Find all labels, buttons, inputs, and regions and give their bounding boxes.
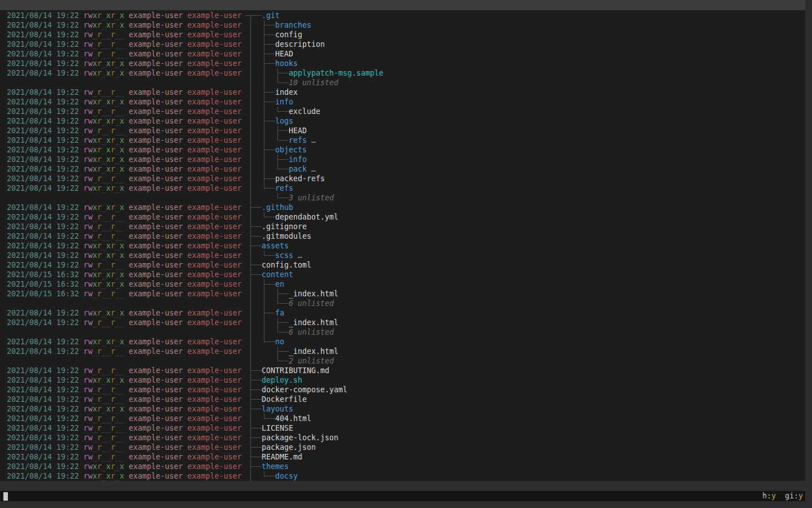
directory-name[interactable]: .github — [262, 203, 293, 212]
tree-row[interactable]: 2021/08/14 19:22 rwxr_xr_x example-user … — [0, 164, 805, 174]
file-name[interactable]: package-lock.json — [262, 433, 338, 443]
tree-row[interactable]: 3 unlisted — [0, 193, 805, 203]
tree-row[interactable]: 2021/08/14 19:22 rwxr_xr_x example-user … — [0, 337, 805, 347]
file-name[interactable]: applypatch-msg.sample — [289, 68, 383, 78]
tree-row[interactable]: 2021/08/14 19:22 rw_r__r__ example-user … — [0, 231, 805, 241]
directory-name[interactable]: scss — [275, 251, 293, 260]
file-name[interactable]: _index.html — [289, 318, 338, 327]
file-name[interactable]: _index.html — [289, 347, 338, 356]
file-name[interactable]: description — [275, 40, 325, 49]
path-bar[interactable]: /home/example-user/docsy-example — [0, 0, 805, 10]
directory-name[interactable]: refs — [289, 135, 307, 145]
tree-row[interactable]: 2021/08/14 19:22 rw_r__r__ example-user … — [0, 395, 805, 404]
tree-row[interactable]: 2021/08/14 19:22 rw_r__r__ example-user … — [0, 452, 805, 462]
unlisted-count[interactable]: 2 unlisted — [289, 356, 334, 366]
tree-row[interactable]: 2021/08/14 19:22 rwxr_xr_x example-user … — [0, 471, 805, 481]
unlisted-count[interactable]: 3 unlisted — [289, 193, 334, 203]
tree-row[interactable]: 2021/08/14 19:22 rwxr_xr_x example-user … — [0, 375, 805, 385]
tree-row[interactable]: 2021/08/14 19:22 rw_r__r__ example-user … — [0, 443, 805, 452]
file-name[interactable]: .gitmodules — [262, 231, 311, 241]
tree-row[interactable]: 2021/08/14 19:22 rw_r__r__ example-user … — [0, 318, 805, 327]
file-name[interactable]: index — [275, 87, 298, 97]
tree-row[interactable]: 2021/08/14 19:22 rw_r__r__ example-user … — [0, 107, 805, 116]
tree-row[interactable]: 2021/08/14 19:22 rwxr_xr_x example-user … — [0, 97, 805, 107]
directory-name[interactable]: refs — [275, 183, 293, 193]
tree-row[interactable]: 2021/08/14 19:22 rwxr_xr_x example-user … — [0, 20, 805, 30]
file-name[interactable]: exclude — [289, 107, 320, 116]
file-name[interactable]: Dockerfile — [262, 395, 307, 404]
file-name[interactable]: 404.html — [275, 414, 311, 423]
file-name[interactable]: package.json — [262, 443, 316, 452]
file-name[interactable]: HEAD — [275, 49, 293, 59]
tree-row[interactable]: 2021/08/14 19:22 rw_r__r__ example-user … — [0, 126, 805, 135]
tree-row[interactable]: 2021/08/14 19:22 rw_r__r__ example-user … — [0, 30, 805, 40]
tree-row[interactable]: 2021/08/14 19:22 rwxr_xr_x example-user … — [0, 241, 805, 251]
tree-row[interactable]: 2021/08/15 16:32 rwxr_xr_x example-user … — [0, 279, 805, 289]
directory-name[interactable]: objects — [275, 145, 307, 155]
tree-row[interactable]: 2021/08/14 19:22 rwxr_xr_x example-user … — [0, 462, 805, 471]
unlisted-count[interactable]: 6 unlisted — [289, 327, 334, 337]
file-name[interactable]: docker-compose.yaml — [262, 385, 347, 395]
directory-name[interactable]: .git — [262, 11, 280, 20]
file-name[interactable]: LICENSE — [262, 423, 293, 433]
tree-row[interactable]: 2021/08/14 19:22 rwxr_xr_x example-user … — [0, 183, 805, 193]
tree-row[interactable]: 2 unlisted — [0, 356, 805, 366]
tree-row[interactable]: 2021/08/14 19:22 rw_r__r__ example-user … — [0, 433, 805, 443]
tree-row[interactable]: 6 unlisted — [0, 327, 805, 337]
directory-name[interactable]: hooks — [275, 59, 298, 68]
tree-row[interactable]: 2021/08/14 19:22 rw_r__r__ example-user … — [0, 366, 805, 375]
tree-row[interactable]: 2021/08/14 19:22 rw_r__r__ example-user … — [0, 87, 805, 97]
directory-name[interactable]: layouts — [262, 404, 293, 414]
tree-row[interactable]: 2021/08/14 19:22 rwxr_xr_x example-user … — [0, 68, 805, 78]
directory-name[interactable]: no — [275, 337, 284, 347]
directory-name[interactable]: branches — [275, 20, 311, 30]
directory-name[interactable]: docsy — [275, 471, 298, 481]
directory-name[interactable]: fa — [275, 308, 284, 318]
file-name[interactable]: dependabot.yml — [275, 212, 338, 222]
directory-name[interactable]: assets — [262, 241, 289, 251]
directory-name[interactable]: pack — [289, 164, 307, 174]
tree-row[interactable]: 2021/08/14 19:22 rwxr_xr_x example-user … — [0, 145, 805, 155]
unlisted-count[interactable]: 6 unlisted — [289, 299, 334, 308]
tree-row[interactable]: 2021/08/14 19:22 rw_r__r__ example-user … — [0, 347, 805, 356]
tree-row[interactable]: 2021/08/14 19:22 rwxr_xr_x example-user … — [0, 203, 805, 212]
file-name[interactable]: README.md — [262, 452, 302, 462]
tree-row[interactable]: 2021/08/14 19:22 rwxr_xr_x example-user … — [0, 155, 805, 164]
tree-row[interactable]: 2021/08/14 19:22 rwxr_xr_x example-user … — [0, 308, 805, 318]
unlisted-count[interactable]: 10 unlisted — [289, 78, 338, 87]
tree-row[interactable]: 2021/08/14 19:22 rwxr_xr_x example-user … — [0, 11, 805, 20]
tree-row[interactable]: 2021/08/14 19:22 rw_r__r__ example-user … — [0, 222, 805, 231]
directory-name[interactable]: themes — [262, 462, 289, 471]
tree-row[interactable]: 2021/08/14 19:22 rw_r__r__ example-user … — [0, 40, 805, 49]
tree-row[interactable]: 6 unlisted — [0, 299, 805, 308]
tree-row[interactable]: 10 unlisted — [0, 78, 805, 87]
tree-row[interactable]: 2021/08/15 16:32 rwxr_xr_x example-user … — [0, 270, 805, 279]
file-name[interactable]: config.toml — [262, 260, 311, 270]
directory-name[interactable]: content — [262, 270, 293, 279]
tree-row[interactable]: 2021/08/14 19:22 rwxr_xr_x example-user … — [0, 135, 805, 145]
directory-name[interactable]: logs — [275, 116, 293, 126]
directory-name[interactable]: info — [289, 155, 307, 164]
tree-row[interactable]: 2021/08/14 19:22 rw_r__r__ example-user … — [0, 212, 805, 222]
tree-row[interactable]: 2021/08/14 19:22 rw_r__r__ example-user … — [0, 260, 805, 270]
tree-row[interactable]: 2021/08/14 19:22 rwxr_xr_x example-user … — [0, 59, 805, 68]
file-name[interactable]: _index.html — [289, 289, 338, 299]
tree-row[interactable]: 2021/08/14 19:22 rwxr_xr_x example-user … — [0, 251, 805, 260]
directory-name[interactable]: en — [275, 279, 284, 289]
tree-row[interactable]: 2021/08/14 19:22 rwxr_xr_x example-user … — [0, 404, 805, 414]
tree-row[interactable]: 2021/08/14 19:22 rwxr_xr_x example-user … — [0, 116, 805, 126]
file-name[interactable]: HEAD — [289, 126, 307, 135]
tree-row[interactable]: 2021/08/14 19:22 rw_r__r__ example-user … — [0, 385, 805, 395]
tree-row[interactable]: 2021/08/14 19:22 rw_r__r__ example-user … — [0, 174, 805, 183]
file-name[interactable]: packed-refs — [275, 174, 325, 183]
file-name[interactable]: .gitignore — [262, 222, 307, 231]
tree-row[interactable]: 2021/08/14 19:22 rw_r__r__ example-user … — [0, 414, 805, 423]
file-name[interactable]: CONTRIBUTING.md — [262, 366, 329, 375]
search-input-bar[interactable]: h:y gi:y — [0, 491, 805, 501]
file-name[interactable]: config — [275, 30, 302, 40]
tree-row[interactable]: 2021/08/14 19:22 rw_r__r__ example-user … — [0, 49, 805, 59]
tree-row[interactable]: 2021/08/15 16:32 rw_r__r__ example-user … — [0, 289, 805, 299]
file-name[interactable]: deploy.sh — [262, 375, 302, 385]
directory-name[interactable]: info — [275, 97, 293, 107]
tree-row[interactable]: 2021/08/14 19:22 rw_r__r__ example-user … — [0, 423, 805, 433]
